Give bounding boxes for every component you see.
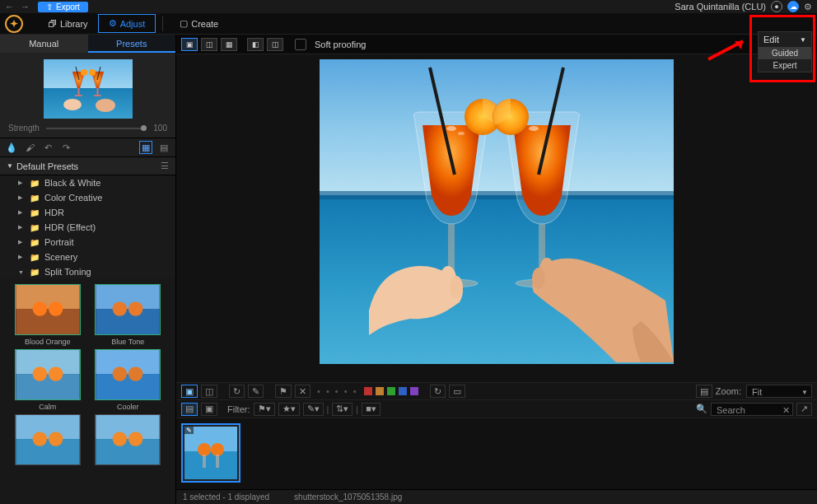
- svg-rect-6: [96, 88, 98, 96]
- edited-badge-icon: ✎: [184, 427, 194, 434]
- preset-thumb[interactable]: [95, 284, 161, 335]
- preset-thumb[interactable]: [15, 349, 81, 400]
- gear-icon[interactable]: ⚙: [804, 2, 812, 12]
- crop-button[interactable]: ✎: [248, 385, 264, 398]
- grid-view-icon[interactable]: ▦: [139, 141, 152, 154]
- preset-category[interactable]: ▶📁Scenery: [0, 250, 175, 264]
- view-single-button[interactable]: ▣: [181, 38, 198, 51]
- external-button[interactable]: ↗: [796, 403, 812, 416]
- create-mode[interactable]: ▢ Create: [170, 15, 228, 32]
- adjust-label: Adjust: [120, 19, 146, 29]
- edit-dropdown[interactable]: Edit ▼ Guided Expert: [758, 31, 812, 72]
- view-split-button[interactable]: ◧: [247, 38, 264, 51]
- svg-point-11: [96, 99, 115, 112]
- preset-category[interactable]: ▶📁Black & White: [0, 175, 175, 190]
- search-input[interactable]: Search ✕: [711, 403, 793, 416]
- color-label-green[interactable]: [387, 387, 395, 395]
- flag-button[interactable]: ⚑: [275, 385, 292, 398]
- svg-rect-24: [96, 350, 160, 374]
- chevron-down-icon: ▼: [800, 36, 806, 44]
- edit-option-guided[interactable]: Guided: [759, 47, 811, 59]
- svg-rect-17: [96, 309, 160, 334]
- user-icon[interactable]: ●: [771, 1, 782, 12]
- color-label-orange[interactable]: [376, 387, 384, 395]
- view-grid-button[interactable]: ▦: [221, 38, 237, 51]
- svg-rect-58: [203, 455, 206, 468]
- preset-category[interactable]: ▼📁Split Toning: [0, 264, 175, 279]
- svg-point-4: [81, 69, 87, 76]
- filter-label: Filter:: [227, 404, 250, 414]
- upload-icon: ⇪: [46, 2, 53, 12]
- strip-view-1-button[interactable]: ▤: [181, 403, 198, 416]
- undo-icon[interactable]: ↶: [41, 141, 54, 154]
- panel-toggle-button[interactable]: ▤: [696, 385, 712, 398]
- view-compare-button[interactable]: ◫: [201, 38, 217, 51]
- reject-button[interactable]: ✕: [295, 385, 310, 398]
- eyedropper-icon[interactable]: 💧: [5, 141, 18, 154]
- refresh-button[interactable]: ↻: [430, 385, 446, 398]
- strip-view-2-button[interactable]: ▣: [201, 403, 217, 416]
- svg-point-26: [113, 366, 127, 380]
- preset-thumb[interactable]: [15, 414, 81, 465]
- sort-button[interactable]: ⇅▾: [332, 403, 352, 416]
- view-mode-2-button[interactable]: ◫: [201, 385, 217, 398]
- svg-point-44: [458, 132, 465, 135]
- folder-icon: 📁: [30, 238, 40, 247]
- view-mirror-button[interactable]: ◫: [267, 38, 283, 51]
- filter-flag-button[interactable]: ⚑▾: [254, 403, 275, 416]
- preset-thumb[interactable]: [15, 284, 81, 335]
- zoom-label: Zoom:: [716, 386, 741, 396]
- zoom-select[interactable]: Fit ▼: [746, 385, 812, 398]
- adjust-icon: ⚙: [109, 18, 117, 29]
- brush-icon[interactable]: 🖌: [23, 141, 36, 154]
- preset-category[interactable]: ▶📁Color Creative: [0, 190, 175, 205]
- library-mode[interactable]: 🗇 Library: [38, 16, 98, 32]
- folder-icon: 📁: [30, 268, 40, 277]
- redo-icon[interactable]: ↷: [59, 141, 72, 154]
- svg-point-51: [450, 276, 463, 299]
- svg-rect-0: [44, 59, 133, 88]
- menu-icon[interactable]: ☰: [161, 161, 169, 171]
- preset-thumb[interactable]: [95, 414, 161, 465]
- edit-dropdown-header[interactable]: Edit ▼: [759, 32, 811, 47]
- back-icon[interactable]: ←: [5, 2, 14, 12]
- clear-search-icon[interactable]: ✕: [782, 404, 790, 416]
- preset-thumb[interactable]: [95, 349, 161, 400]
- soft-proofing-checkbox[interactable]: [295, 39, 306, 50]
- filmstrip-thumb[interactable]: ✎: [181, 423, 240, 483]
- triangle-down-icon: ▼: [7, 162, 13, 170]
- default-presets-header[interactable]: ▼ Default Presets ☰: [0, 157, 175, 175]
- strength-slider[interactable]: [46, 128, 147, 129]
- svg-point-49: [529, 126, 539, 131]
- status-selection: 1 selected - 1 displayed: [183, 492, 269, 502]
- filter-color-button[interactable]: ■▾: [362, 403, 380, 416]
- list-view-icon[interactable]: ▤: [157, 141, 170, 154]
- svg-point-15: [49, 301, 63, 315]
- export-label: Export: [56, 2, 80, 12]
- tab-presets[interactable]: Presets: [88, 35, 176, 53]
- filter-edit-button[interactable]: ✎▾: [303, 403, 324, 416]
- cloud-icon[interactable]: ☁: [787, 1, 799, 12]
- filter-star-button[interactable]: ★▾: [278, 403, 300, 416]
- preset-category[interactable]: ▶📁HDR (Effect): [0, 220, 175, 235]
- export-button[interactable]: ⇪ Export: [38, 2, 88, 12]
- svg-point-22: [32, 366, 46, 380]
- rotate-button[interactable]: ↻: [229, 385, 245, 398]
- tab-manual[interactable]: Manual: [0, 35, 88, 53]
- preset-thumb-label: Blood Orange: [25, 338, 71, 346]
- folder-icon: 📁: [30, 253, 40, 262]
- adjust-mode[interactable]: ⚙ Adjust: [98, 14, 156, 33]
- svg-point-10: [63, 99, 82, 110]
- view-mode-1-button[interactable]: ▣: [181, 385, 198, 398]
- color-label-red[interactable]: [364, 387, 372, 395]
- screen-button[interactable]: ▭: [449, 385, 465, 398]
- color-label-purple[interactable]: [410, 387, 418, 395]
- preset-category[interactable]: ▶📁Portrait: [0, 235, 175, 250]
- library-label: Library: [60, 19, 88, 29]
- search-icon: 🔍: [696, 404, 707, 414]
- forward-icon[interactable]: →: [21, 2, 30, 12]
- edit-option-expert[interactable]: Expert: [759, 59, 811, 72]
- color-label-blue[interactable]: [399, 387, 407, 395]
- preset-category[interactable]: ▶📁HDR: [0, 205, 175, 220]
- rating-dots[interactable]: • • • • •: [314, 386, 361, 396]
